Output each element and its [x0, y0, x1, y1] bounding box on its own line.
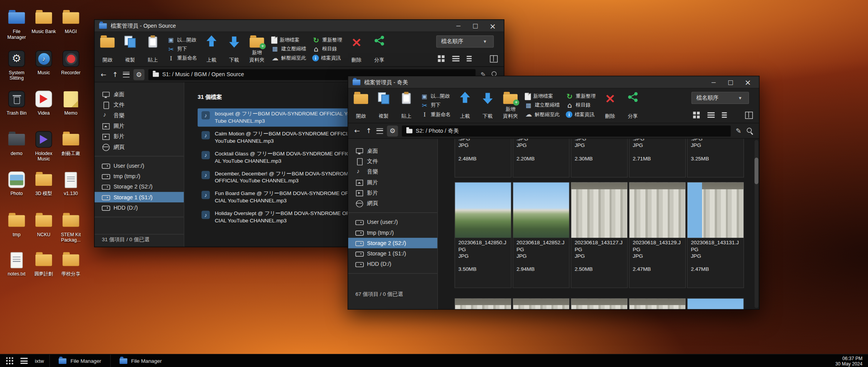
up-icon[interactable] [111, 70, 119, 79]
desktop-icon-3d-models[interactable]: 3D 模型 [31, 170, 57, 196]
new-folder-button[interactable]: 新增資料夾 [502, 90, 519, 121]
photo-cell[interactable]: 20230618_143131.JPGJPG2.47MB [687, 182, 744, 288]
paste-button[interactable]: 貼上 [398, 90, 415, 121]
menu-icon[interactable] [123, 72, 129, 77]
sidebar-item-web[interactable]: 網頁 [95, 142, 184, 152]
desktop-icon-music-bank[interactable]: Music Bank [31, 8, 57, 34]
photo-cell[interactable]: 20230618_142850.JPGJPG3.50MB [454, 182, 511, 288]
minimize-button[interactable] [452, 21, 465, 30]
sort-dropdown[interactable]: 檔名順序 [691, 92, 749, 104]
photo-cell-partial[interactable]: .JPGJPG3.25MB [687, 139, 744, 178]
file-manager-window-chimei[interactable]: 檔案管理員 - 奇美 開啟 複製 貼上 以...開啟 剪下 重新命名 上載 下載… [348, 76, 760, 310]
desktop-icon-memo[interactable]: Memo [58, 89, 84, 115]
desktop-icon-recorder[interactable]: Recorder [58, 49, 84, 75]
desktop-icon-file-manager[interactable]: File Manager [4, 8, 29, 40]
grid-view-icon[interactable] [438, 55, 446, 62]
sidebar-item-tmp-drive[interactable]: tmp (tmp:/) [95, 171, 184, 181]
close-button[interactable] [486, 21, 499, 30]
sidebar-item-pictures[interactable]: 圖片 [95, 120, 184, 131]
photo-cell-partial[interactable]: .JPGJPG2.30MB [571, 139, 628, 178]
photo-cell-partial[interactable] [454, 298, 511, 309]
sidebar-item-desktop[interactable]: 桌面 [348, 145, 437, 156]
extract-here-button[interactable]: 解壓縮至此 [525, 110, 560, 119]
maximize-button[interactable] [724, 78, 737, 87]
open-button[interactable]: 開啟 [99, 34, 116, 65]
grid-view-icon[interactable] [693, 112, 701, 118]
desktop-icon-holodex-music[interactable]: Holodex Music [31, 129, 57, 161]
desktop-icon-photo[interactable]: Photo [4, 170, 29, 196]
sidebar-item-web[interactable]: 網頁 [348, 198, 437, 209]
maximize-button[interactable] [469, 21, 483, 30]
title-bar[interactable]: 檔案管理員 - 奇美 [348, 76, 759, 88]
upload-button[interactable]: 上載 [457, 90, 473, 121]
photo-cell-partial[interactable] [513, 298, 570, 309]
back-icon[interactable] [353, 126, 361, 135]
share-button[interactable]: 分享 [625, 90, 641, 121]
back-icon[interactable] [100, 70, 107, 79]
download-button[interactable]: 下載 [479, 90, 496, 121]
sidebar-item-tmp-drive[interactable]: tmp (tmp:/) [348, 227, 437, 238]
create-archive-button[interactable]: 建立壓縮檔 [525, 101, 560, 110]
sidebar-item-hdd[interactable]: HDD (D:/) [95, 202, 184, 213]
share-button[interactable]: 分享 [371, 34, 387, 65]
close-button[interactable] [741, 78, 755, 87]
sidebar-item-user-drive[interactable]: User (user:/) [348, 217, 437, 227]
settings-icon[interactable] [387, 125, 398, 137]
sidebar-item-music[interactable]: 音樂 [95, 110, 184, 120]
photo-cell-partial[interactable] [629, 298, 686, 309]
photo-cell-partial[interactable]: .JPGJPG2.48MB [454, 139, 511, 178]
sidebar-item-documents[interactable]: 文件 [95, 100, 184, 110]
compact-view-icon[interactable] [722, 112, 730, 118]
photo-cell-partial[interactable]: .JPGJPG2.71MB [629, 139, 686, 178]
list-view-icon[interactable] [707, 112, 715, 118]
desktop-icon-school-share[interactable]: 學校分享 [58, 250, 84, 277]
extract-here-button[interactable]: 解壓縮至此 [271, 53, 306, 62]
sidebar-item-storage1[interactable]: Storage 1 (S1:/) [95, 192, 184, 202]
settings-icon[interactable] [133, 69, 144, 80]
desktop-icon-ncku[interactable]: NCKU [31, 211, 57, 237]
clock[interactable]: 06:37 PM 30 May 2024 [835, 355, 868, 367]
task-list-icon[interactable] [20, 358, 28, 364]
upload-button[interactable]: 上載 [203, 34, 220, 65]
root-button[interactable]: 根目錄 [566, 101, 596, 110]
photo-cell-partial[interactable]: .JPGJPG2.20MB [513, 139, 570, 178]
create-archive-button[interactable]: 建立壓縮檔 [271, 45, 306, 53]
sidebar-item-music[interactable]: 音樂 [348, 167, 437, 177]
sidebar-item-desktop[interactable]: 桌面 [95, 89, 184, 99]
desktop-icon-stem-kit[interactable]: STEM Kit Packag... [58, 211, 84, 243]
desktop-icon-music-app[interactable]: Music [31, 49, 57, 75]
delete-button[interactable]: 刪除 [602, 90, 618, 121]
refresh-button[interactable]: 重新整理 [566, 92, 596, 101]
list-view-icon[interactable] [452, 55, 460, 62]
scrollbar-thumb[interactable] [754, 158, 758, 184]
search-icon[interactable] [746, 127, 754, 135]
edit-path-icon[interactable] [735, 126, 742, 135]
sidebar-item-hdd[interactable]: HDD (D:/) [348, 259, 437, 269]
delete-button[interactable]: 刪除 [348, 34, 365, 65]
ime-indicator[interactable]: ixtw [35, 358, 44, 364]
new-file-button[interactable]: 新增檔案 [525, 92, 560, 101]
sidebar-item-videos[interactable]: 影片 [95, 131, 184, 142]
up-icon[interactable] [365, 126, 372, 135]
desktop-icon-videa[interactable]: Videa [31, 89, 57, 115]
sort-dropdown[interactable]: 檔名順序 [436, 35, 494, 48]
copy-button[interactable]: 複製 [375, 90, 392, 121]
column-view-icon[interactable] [745, 112, 753, 118]
open-with-button[interactable]: 以...開啟 [167, 35, 197, 44]
vertical-scrollbar[interactable] [754, 140, 758, 308]
photo-cell-partial[interactable] [687, 298, 744, 309]
paste-button[interactable]: 貼上 [144, 34, 161, 65]
desktop-icon-demo[interactable]: demo [4, 129, 29, 156]
app-launcher-icon[interactable] [6, 357, 13, 365]
desktop-icon-magi[interactable]: MAGI [58, 8, 84, 34]
sidebar-item-documents[interactable]: 文件 [348, 156, 437, 166]
photo-cell[interactable]: 20230618_143127.JPGJPG2.50MB [571, 182, 628, 288]
sidebar-item-storage2[interactable]: Storage 2 (S2:/) [95, 182, 184, 192]
download-button[interactable]: 下載 [226, 34, 243, 65]
open-button[interactable]: 開啟 [353, 90, 369, 121]
cut-button[interactable]: 剪下 [421, 101, 451, 110]
photo-cell-partial[interactable] [571, 298, 628, 309]
copy-button[interactable]: 複製 [122, 34, 138, 65]
desktop-icon-dream-plan[interactable]: 圓夢計劃 [31, 250, 57, 277]
photo-cell[interactable]: 20230618_143129.JPGJPG2.47MB [629, 182, 686, 288]
